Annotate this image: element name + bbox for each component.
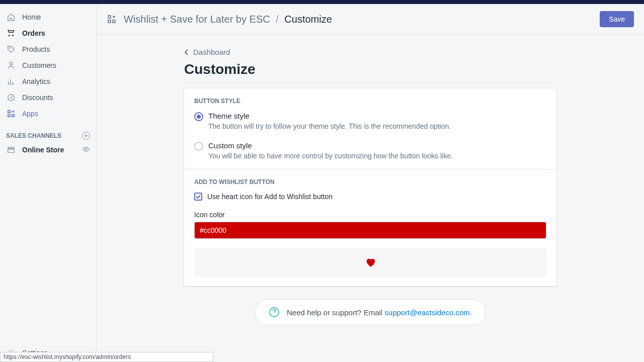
- top-bar: [0, 0, 644, 4]
- channel-label: Online Store: [22, 146, 64, 154]
- radio-label: Theme style: [208, 112, 451, 120]
- nav-label: Analytics: [22, 77, 50, 85]
- svg-point-0: [9, 47, 10, 48]
- svg-rect-9: [108, 20, 111, 23]
- svg-rect-4: [8, 115, 11, 117]
- store-icon: [6, 145, 16, 155]
- view-store-icon[interactable]: [82, 145, 90, 155]
- sales-channels-header: SALES CHANNELS +: [0, 127, 96, 142]
- breadcrumb-current: Customize: [284, 14, 332, 25]
- customize-card: BUTTON STYLE Theme style The button will…: [184, 88, 556, 286]
- back-to-dashboard[interactable]: Dashboard: [184, 48, 556, 56]
- page-title: Customize: [184, 61, 556, 77]
- radio-description: The button will try to follow your theme…: [208, 122, 451, 130]
- add-channel-icon[interactable]: +: [82, 132, 90, 140]
- sidebar-item-customers[interactable]: Customers: [0, 57, 96, 73]
- nav-label: Products: [22, 45, 50, 53]
- svg-rect-5: [12, 115, 15, 117]
- help-prefix: Need help or support? Email: [287, 308, 384, 317]
- breadcrumb-app[interactable]: Wishlist + Save for Later by ESC: [124, 14, 270, 25]
- radio-indicator: [194, 112, 203, 121]
- sidebar-item-products[interactable]: Products: [0, 41, 96, 57]
- apps-icon: [107, 14, 117, 24]
- nav-label: Customers: [22, 61, 56, 69]
- customers-icon: [6, 60, 16, 70]
- wishlist-button-section: ADD TO WISHLIST BUTTON Use heart icon fo…: [184, 169, 556, 286]
- radio-indicator: [194, 142, 203, 151]
- sidebar-item-home[interactable]: Home: [0, 9, 96, 25]
- svg-rect-3: [8, 111, 11, 113]
- sidebar-item-analytics[interactable]: Analytics: [0, 73, 96, 89]
- analytics-icon: [6, 76, 16, 86]
- heart-icon-checkbox[interactable]: Use heart icon for Add to Wishlist butto…: [194, 193, 546, 201]
- breadcrumb-separator: /: [276, 14, 279, 25]
- discounts-icon: [6, 93, 16, 103]
- section-header-label: SALES CHANNELS: [6, 132, 61, 139]
- orders-icon: [6, 28, 16, 38]
- help-email-link[interactable]: support@eastsideco.com: [384, 308, 469, 317]
- svg-point-1: [10, 62, 12, 65]
- radio-custom-style[interactable]: Custom style You will be able to have mo…: [194, 141, 546, 160]
- nav-label: Apps: [22, 110, 38, 118]
- checkbox-label: Use heart icon for Add to Wishlist butto…: [207, 193, 333, 201]
- sidebar-item-apps[interactable]: Apps: [0, 106, 96, 122]
- svg-rect-8: [108, 16, 111, 18]
- main-content: Wishlist + Save for Later by ESC / Custo…: [97, 4, 644, 362]
- icon-color-label: Icon color: [194, 211, 546, 219]
- page-header: Wishlist + Save for Later by ESC / Custo…: [97, 4, 644, 35]
- channel-online-store[interactable]: Online Store: [0, 142, 96, 158]
- chevron-left-icon: [184, 49, 189, 56]
- nav-label: Home: [22, 13, 41, 21]
- home-icon: [6, 12, 16, 22]
- help-icon: [269, 307, 280, 318]
- nav-label: Discounts: [22, 94, 53, 102]
- section-title: BUTTON STYLE: [194, 98, 546, 105]
- main-nav: Home Orders Products Customers Analytics…: [0, 4, 96, 127]
- section-title: ADD TO WISHLIST BUTTON: [194, 178, 546, 186]
- sidebar-item-orders[interactable]: Orders: [0, 25, 96, 41]
- heart-icon: [365, 257, 376, 268]
- radio-label: Custom style: [208, 141, 453, 150]
- back-label: Dashboard: [193, 48, 230, 56]
- sidebar: Home Orders Products Customers Analytics…: [0, 4, 97, 362]
- help-text: Need help or support? Email support@east…: [287, 308, 472, 317]
- checkbox-indicator: [194, 193, 202, 201]
- nav-label: Orders: [22, 29, 45, 37]
- save-button[interactable]: Save: [600, 11, 634, 27]
- breadcrumb: Wishlist + Save for Later by ESC / Custo…: [124, 14, 332, 25]
- icon-color-input[interactable]: [194, 222, 546, 239]
- svg-rect-10: [113, 20, 115, 23]
- svg-point-6: [85, 148, 87, 150]
- sidebar-item-discounts[interactable]: Discounts: [0, 89, 96, 106]
- help-callout: Need help or support? Email support@east…: [255, 299, 486, 325]
- help-suffix: .: [470, 308, 472, 317]
- heart-preview: [194, 248, 546, 277]
- radio-theme-style[interactable]: Theme style The button will try to follo…: [194, 112, 546, 130]
- button-style-section: BUTTON STYLE Theme style The button will…: [184, 88, 556, 169]
- radio-description: You will be able to have more control by…: [208, 152, 453, 160]
- products-icon: [6, 44, 16, 54]
- apps-icon: [6, 109, 16, 119]
- browser-status-bar: https://esc-wishlist.myshopify.com/admin…: [0, 352, 213, 362]
